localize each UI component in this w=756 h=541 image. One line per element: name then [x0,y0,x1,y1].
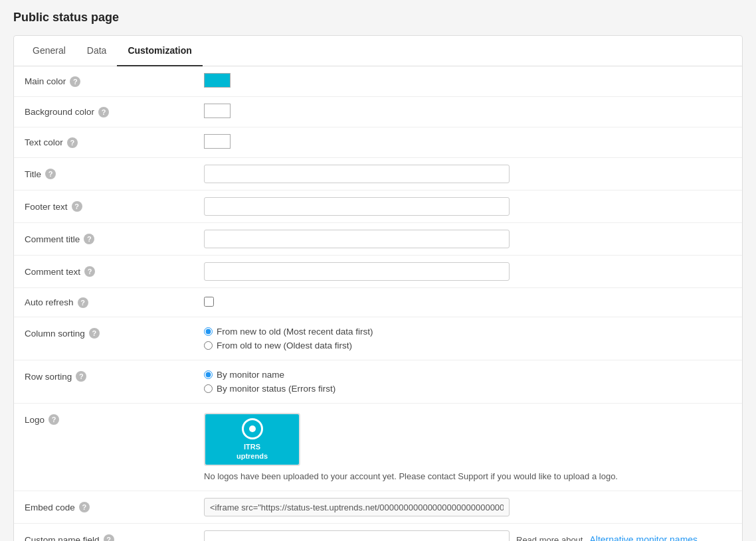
background-color-picker[interactable] [204,104,231,118]
comment-text-row: Comment text ? [14,256,742,288]
embed-code-control [204,498,731,516]
column-sorting-help-icon[interactable]: ? [89,328,100,339]
comment-text-label: Comment text [25,267,80,277]
embed-code-row: Embed code ? [14,491,742,524]
custom-name-label: Custom name field [25,535,100,542]
comment-title-control [204,230,731,248]
column-sorting-old-to-new-label: From old to new (Oldest data first) [217,341,352,350]
tab-general[interactable]: General [22,36,76,66]
footer-text-label-col: Footer text ? [25,201,204,212]
main-color-picker[interactable] [204,73,231,88]
column-sorting-new-to-old-radio[interactable] [204,327,213,336]
text-color-help-icon[interactable]: ? [67,137,78,148]
comment-title-label-col: Comment title ? [25,234,204,244]
title-row: Title ? [14,158,742,191]
comment-text-label-col: Comment text ? [25,266,204,277]
row-sorting-help-icon[interactable]: ? [76,371,86,382]
background-color-control [204,104,731,120]
text-color-row: Text color ? [14,127,742,158]
custom-name-read-more-text: Read more about [516,535,583,542]
background-color-help-icon[interactable]: ? [98,107,109,117]
logo-help-icon[interactable]: ? [48,414,59,425]
embed-code-help-icon[interactable]: ? [79,502,90,512]
column-sorting-control: From new to old (Most recent data first)… [204,327,731,350]
logo-circle-inner [249,425,256,432]
background-color-row: Background color ? [14,97,742,127]
auto-refresh-checkbox[interactable] [204,297,214,307]
background-color-label-col: Background color ? [25,107,204,117]
column-sorting-label: Column sorting [25,329,85,339]
tabs-bar: General Data Customization [14,36,742,66]
title-control [204,165,731,183]
custom-name-input[interactable] [204,530,510,541]
column-sorting-label-col: Column sorting ? [25,327,204,339]
row-sorting-by-status[interactable]: By monitor status (Errors first) [204,384,731,394]
main-color-label-col: Main color ? [25,76,204,87]
tab-data[interactable]: Data [76,36,118,66]
column-sorting-old-to-new[interactable]: From old to new (Oldest data first) [204,341,731,350]
logo-brand-text: ITRSuptrends [236,442,268,461]
embed-code-label-col: Embed code ? [25,502,204,512]
auto-refresh-help-icon[interactable]: ? [78,297,88,308]
auto-refresh-row: Auto refresh ? [14,288,742,317]
row-sorting-by-status-label: By monitor status (Errors first) [217,384,335,394]
row-sorting-label: Row sorting [25,372,72,382]
column-sorting-new-to-old[interactable]: From new to old (Most recent data first) [204,327,731,337]
footer-text-label: Footer text [25,202,68,212]
footer-text-help-icon[interactable]: ? [72,201,82,212]
title-input[interactable] [204,165,510,183]
background-color-label: Background color [25,107,94,117]
row-sorting-row: Row sorting ? By monitor name By monitor… [14,360,742,404]
row-sorting-by-name-label: By monitor name [217,370,284,380]
logo-control: ITRSuptrends No logos have been uploaded… [204,413,731,481]
main-color-label: Main color [25,76,66,86]
custom-name-label-col: Custom name field ? [25,534,204,541]
column-sorting-radio-group: From new to old (Most recent data first)… [204,327,731,350]
comment-text-control [204,262,731,281]
embed-code-label: Embed code [25,502,75,512]
text-color-control [204,134,731,151]
logo-note: No logos have been uploaded to your acco… [204,471,731,481]
page-title: Public status page [13,11,743,25]
comment-title-input[interactable] [204,230,510,248]
comment-title-row: Comment title ? [14,223,742,256]
main-color-row: Main color ? [14,66,742,97]
row-sorting-label-col: Row sorting ? [25,370,204,382]
logo-preview[interactable]: ITRSuptrends [204,413,300,466]
tab-content: Main color ? Background color ? [14,66,742,541]
text-color-label-col: Text color ? [25,137,204,148]
title-help-icon[interactable]: ? [45,169,56,179]
row-sorting-by-name-radio[interactable] [204,370,213,379]
text-color-picker[interactable] [204,134,231,149]
logo-label: Logo [25,415,45,425]
row-sorting-by-status-radio[interactable] [204,384,213,393]
row-sorting-by-name[interactable]: By monitor name [204,370,731,380]
tab-customization[interactable]: Customization [117,36,202,66]
custom-name-after-link: . [704,534,707,541]
footer-text-control [204,197,731,216]
footer-text-input[interactable] [204,197,510,216]
logo-row: Logo ? ITRSuptrends No logos have been u… [14,404,742,491]
alternative-monitor-names-link[interactable]: Alternative monitor names [589,534,698,541]
comment-text-input[interactable] [204,262,510,281]
column-sorting-new-to-old-label: From new to old (Most recent data first) [217,327,373,337]
logo-label-col: Logo ? [25,413,204,425]
auto-refresh-label-col: Auto refresh ? [25,297,204,308]
row-sorting-control: By monitor name By monitor status (Error… [204,370,731,394]
logo-circle-icon [242,418,263,439]
main-color-help-icon[interactable]: ? [70,76,80,87]
main-card: General Data Customization Main color ? [13,35,743,541]
footer-text-row: Footer text ? [14,191,742,223]
auto-refresh-control [204,297,731,309]
title-label: Title [25,169,41,179]
comment-title-label: Comment title [25,234,80,244]
title-label-col: Title ? [25,169,204,179]
custom-name-row: Custom name field ? Read more about Alte… [14,524,742,541]
main-color-control [204,73,731,90]
embed-code-input[interactable] [204,498,510,516]
column-sorting-old-to-new-radio[interactable] [204,341,213,350]
custom-name-help-icon[interactable]: ? [104,534,114,541]
comment-title-help-icon[interactable]: ? [84,234,94,244]
comment-text-help-icon[interactable]: ? [84,266,95,277]
text-color-label: Text color [25,137,63,147]
